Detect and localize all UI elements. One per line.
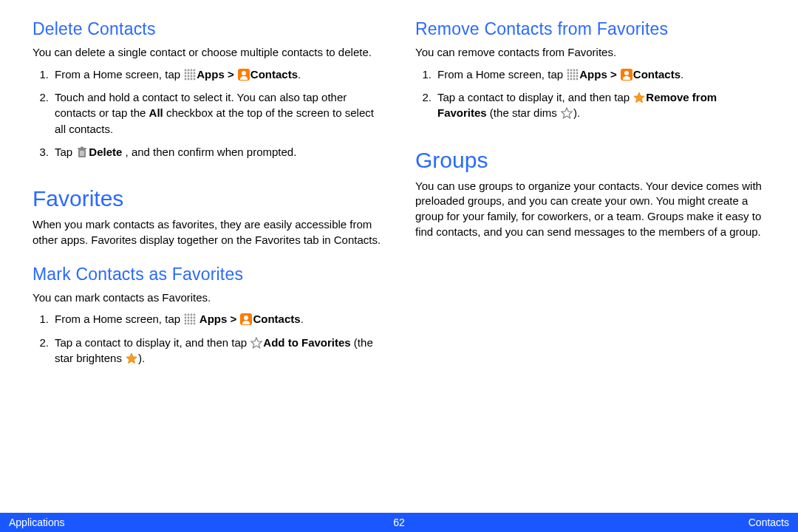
heading-favorites: Favorites — [33, 186, 386, 211]
svg-point-50 — [573, 72, 576, 74]
svg-point-37 — [188, 323, 190, 325]
svg-point-28 — [185, 317, 187, 319]
svg-point-58 — [573, 78, 576, 80]
add-to-favorites-label: Add to Favorites — [263, 336, 350, 349]
svg-point-32 — [185, 320, 187, 322]
contacts-label: Contacts — [253, 313, 300, 325]
svg-point-36 — [185, 323, 187, 325]
svg-point-29 — [188, 317, 190, 319]
apps-label: Apps > — [197, 68, 237, 81]
text: Tap a contact to display it, and then ta… — [55, 336, 250, 349]
delete-step-2: Touch and hold a contact to select it. Y… — [52, 89, 386, 137]
mark-intro: You can mark contacts as Favorites. — [33, 290, 386, 306]
svg-point-46 — [573, 69, 576, 71]
svg-point-48 — [567, 72, 570, 74]
svg-point-0 — [185, 69, 187, 71]
right-column: Remove Contacts from Favorites You can r… — [415, 9, 768, 373]
heading-delete-contacts: Delete Contacts — [33, 19, 386, 39]
text: (the star dims — [487, 106, 560, 119]
contacts-icon — [621, 69, 632, 81]
svg-point-47 — [576, 69, 579, 71]
apps-grid-icon — [567, 69, 579, 81]
apps-label: Apps > — [197, 313, 239, 325]
svg-point-7 — [194, 72, 196, 74]
heading-mark-favorites: Mark Contacts as Favorites — [33, 265, 386, 284]
remove-step-1: From a Home screen, tap Apps > Contacts. — [434, 66, 768, 82]
svg-point-6 — [191, 72, 193, 74]
footer-page-number: 62 — [0, 516, 798, 528]
svg-point-55 — [576, 75, 579, 77]
text: . — [681, 68, 683, 81]
svg-point-61 — [624, 71, 629, 75]
svg-point-35 — [194, 320, 196, 322]
svg-point-53 — [570, 75, 573, 77]
delete-intro: You can delete a single contact or choos… — [33, 45, 386, 61]
svg-point-24 — [185, 314, 187, 316]
svg-point-33 — [188, 320, 190, 322]
svg-marker-42 — [251, 338, 262, 348]
svg-point-57 — [570, 78, 573, 80]
manual-page: Delete Contacts You can delete a single … — [0, 0, 798, 532]
svg-point-49 — [570, 72, 573, 74]
svg-point-41 — [244, 316, 248, 320]
text: From a Home screen, tap — [55, 313, 183, 325]
svg-point-4 — [185, 72, 187, 74]
svg-point-59 — [576, 78, 579, 80]
svg-point-31 — [194, 317, 196, 319]
svg-point-51 — [576, 72, 579, 74]
heading-groups: Groups — [415, 148, 768, 173]
svg-point-39 — [194, 323, 196, 325]
contacts-label: Contacts — [633, 68, 681, 81]
all-label: All — [149, 106, 163, 119]
favorites-intro: When you mark contacts as favorites, the… — [33, 217, 386, 248]
text: ). — [138, 352, 145, 364]
contacts-label: Contacts — [250, 68, 298, 81]
svg-marker-43 — [126, 353, 137, 364]
svg-point-1 — [188, 69, 190, 71]
trash-icon — [76, 146, 88, 158]
apps-grid-icon — [184, 313, 196, 325]
text: . — [301, 313, 304, 325]
apps-label: Apps > — [579, 68, 620, 81]
text: From a Home screen, tap — [55, 68, 183, 81]
svg-point-3 — [194, 69, 196, 71]
heading-remove-favorites: Remove Contacts from Favorites — [415, 19, 768, 39]
svg-point-25 — [188, 314, 190, 316]
svg-point-44 — [567, 69, 570, 71]
groups-intro: You can use groups to organize your cont… — [415, 179, 768, 240]
star-filled-icon — [126, 352, 137, 364]
svg-point-45 — [570, 69, 573, 71]
star-filled-icon — [633, 92, 645, 103]
svg-point-30 — [191, 317, 193, 319]
left-column: Delete Contacts You can delete a single … — [33, 9, 386, 373]
text: , and then confirm when prompted. — [126, 146, 297, 158]
svg-point-38 — [191, 323, 193, 325]
apps-grid-icon — [184, 69, 196, 81]
svg-point-9 — [188, 75, 190, 77]
delete-steps: From a Home screen, tap Apps > Contacts.… — [33, 66, 386, 160]
remove-intro: You can remove contacts from Favorites. — [415, 45, 768, 61]
svg-point-5 — [188, 72, 190, 74]
text: From a Home screen, tap — [437, 68, 566, 81]
svg-point-17 — [242, 71, 246, 75]
svg-marker-63 — [562, 108, 572, 118]
svg-point-12 — [185, 78, 187, 80]
svg-point-56 — [567, 78, 570, 80]
svg-point-15 — [194, 78, 196, 80]
delete-label: Delete — [89, 146, 125, 158]
delete-step-1: From a Home screen, tap Apps > Contacts. — [52, 66, 386, 82]
mark-step-1: From a Home screen, tap Apps > Contacts. — [52, 311, 386, 327]
text: Tap a contact to display it, and then ta… — [437, 91, 632, 103]
svg-point-11 — [194, 75, 196, 77]
svg-point-14 — [191, 78, 193, 80]
text: Tap — [55, 146, 75, 158]
footer-section-left: Applications — [9, 516, 65, 528]
star-outline-icon — [250, 337, 262, 349]
text: . — [298, 68, 301, 81]
contacts-icon — [240, 313, 252, 325]
two-column-layout: Delete Contacts You can delete a single … — [0, 0, 798, 373]
contacts-icon — [238, 69, 250, 81]
svg-point-34 — [191, 320, 193, 322]
delete-step-3: Tap Delete , and then confirm when promp… — [52, 144, 386, 160]
svg-point-27 — [194, 314, 196, 316]
